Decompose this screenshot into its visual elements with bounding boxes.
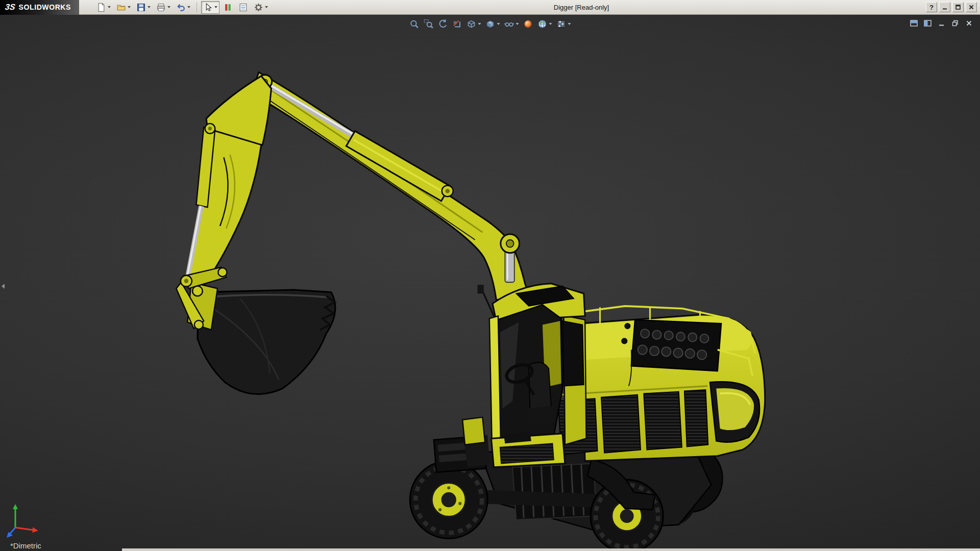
document-window-controls	[909, 18, 974, 28]
open-folder-icon	[116, 3, 126, 12]
stick-linkage	[185, 76, 271, 291]
selection-filter-button[interactable]	[221, 1, 235, 14]
chevron-down-icon	[148, 6, 151, 8]
bucket	[176, 267, 335, 394]
panel-collapse-tab[interactable]	[0, 279, 6, 294]
zoom-to-area-button[interactable]	[423, 18, 435, 30]
select-tool-button[interactable]	[201, 1, 219, 14]
make-drawing-button[interactable]	[236, 1, 250, 14]
view-cube-icon	[467, 19, 477, 29]
appearance-ball-icon	[523, 19, 533, 29]
tile-vertical-icon	[924, 20, 932, 27]
wheel-front-left	[410, 461, 487, 539]
chevron-down-icon	[265, 6, 268, 8]
digger-model[interactable]	[176, 72, 765, 551]
restore-icon	[952, 20, 959, 27]
view-orientation-button[interactable]	[465, 18, 482, 30]
zoom-to-fit-button[interactable]	[408, 18, 421, 30]
solidworks-logo: 3S SOLIDWORKS	[0, 0, 79, 15]
chevron-down-icon	[187, 6, 190, 8]
heads-up-view-toolbar	[408, 18, 572, 30]
magnifier-icon	[409, 19, 420, 29]
new-document-button[interactable]	[94, 1, 113, 14]
tile-vertically-button[interactable]	[922, 18, 933, 28]
help-button[interactable]: ?	[926, 2, 937, 12]
restore-document-button[interactable]	[950, 18, 960, 28]
magnifier-area-icon	[424, 19, 434, 29]
chevron-down-icon	[497, 23, 500, 25]
maximize-button[interactable]	[952, 2, 964, 12]
boom-arm	[251, 72, 530, 300]
tile-horizontal-icon	[910, 20, 918, 27]
chevron-down-icon	[549, 23, 552, 25]
document-title: Digger [Read-only]	[554, 0, 609, 15]
close-icon	[966, 20, 972, 27]
brand-name: SOLIDWORKS	[19, 3, 71, 11]
taskbar-edge	[122, 548, 980, 551]
printer-icon	[156, 3, 166, 12]
minimize-button[interactable]	[939, 2, 950, 12]
previous-view-icon	[438, 19, 448, 29]
glasses-icon	[504, 19, 514, 29]
reference-triad	[3, 499, 46, 542]
minimize-icon	[938, 20, 945, 27]
close-document-button[interactable]	[964, 18, 974, 28]
undo-arrow-icon	[176, 3, 186, 12]
previous-view-button[interactable]	[437, 18, 449, 30]
drawing-sheet-icon	[238, 3, 248, 12]
minimize-icon	[942, 4, 948, 10]
cab	[462, 284, 586, 467]
save-floppy-icon	[136, 3, 146, 12]
chevron-down-icon	[128, 6, 131, 8]
menu-bar: 3S SOLIDWORKS	[0, 0, 980, 15]
3d-canvas[interactable]	[0, 15, 980, 551]
minimize-document-button[interactable]	[936, 18, 946, 28]
selection-filter-icon	[223, 3, 233, 12]
print-button[interactable]	[154, 1, 173, 14]
view-settings-icon	[556, 19, 567, 29]
x-axis	[15, 528, 34, 530]
section-view-icon	[452, 19, 462, 29]
z-axis	[10, 528, 15, 534]
chevron-left-icon	[2, 284, 5, 289]
chevron-down-icon	[214, 6, 217, 8]
apply-scene-button[interactable]	[536, 18, 553, 30]
open-button[interactable]	[114, 1, 133, 14]
section-view-button[interactable]	[451, 18, 463, 30]
cursor-arrow-icon	[203, 3, 213, 12]
chevron-down-icon	[108, 6, 111, 8]
chevron-down-icon	[516, 23, 519, 25]
tile-horizontally-button[interactable]	[909, 18, 919, 28]
engine-housing	[558, 306, 765, 461]
close-icon	[968, 4, 974, 10]
hide-show-items-button[interactable]	[503, 18, 520, 30]
globe-icon	[537, 19, 548, 29]
close-button[interactable]	[966, 2, 977, 12]
edit-appearance-button[interactable]	[522, 18, 534, 30]
chevron-down-icon	[478, 23, 481, 25]
options-button[interactable]	[252, 1, 270, 14]
maximize-icon	[955, 4, 961, 10]
undo-button[interactable]	[174, 1, 192, 14]
chevron-down-icon	[568, 23, 571, 25]
standard-toolbar	[94, 1, 270, 14]
brand-mark: 3S	[5, 3, 16, 12]
help-icon: ?	[929, 4, 934, 11]
shaded-cube-icon	[485, 19, 496, 29]
view-orientation-label: *Dimetric	[10, 541, 41, 550]
graphics-viewport: *Dimetric	[0, 15, 980, 551]
display-style-button[interactable]	[484, 18, 501, 30]
save-button[interactable]	[134, 1, 153, 14]
new-file-icon	[96, 3, 106, 12]
gear-icon	[254, 3, 263, 12]
chevron-down-icon	[167, 6, 170, 8]
toolbar-separator	[197, 2, 197, 12]
window-controls: ?	[926, 2, 977, 12]
view-settings-button[interactable]	[555, 18, 572, 30]
